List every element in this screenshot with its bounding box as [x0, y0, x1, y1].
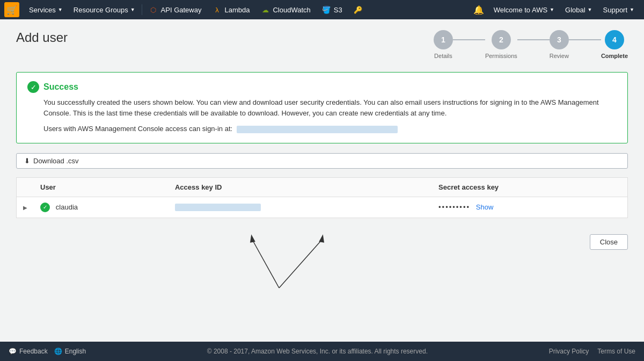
svg-marker-3 [319, 234, 325, 243]
step-connector-3 [569, 39, 601, 40]
footer-copyright: © 2008 - 2017, Amazon Web Services, Inc.… [86, 348, 549, 355]
step-3-circle: 3 [550, 30, 569, 49]
feedback-button[interactable]: 💬 Feedback [9, 348, 48, 355]
svg-line-0 [252, 240, 279, 288]
col-user: User [34, 177, 169, 197]
bell-icon[interactable]: 🔔 [469, 5, 488, 15]
step-4-circle: 4 [605, 30, 624, 49]
page-header: Add user 1 Details 2 Permissions 3 Revie… [16, 30, 628, 59]
signin-url [237, 126, 398, 133]
footer-left: 💬 Feedback 🌐 English [9, 348, 86, 355]
nav-resource-groups[interactable]: Resource Groups ▼ [68, 0, 141, 19]
step-connector-2 [517, 39, 550, 40]
step-2-label: Permissions [485, 53, 517, 59]
step-connector-1 [453, 39, 485, 40]
row-expand[interactable]: ▶ [17, 197, 34, 218]
access-key-blurred [175, 204, 261, 211]
download-icon: ⬇ [24, 157, 30, 165]
row-access-key-cell [169, 197, 432, 218]
api-gateway-icon: ⬡ [149, 5, 158, 15]
col-access-key: Access key ID [169, 177, 432, 197]
globe-icon: 🌐 [54, 348, 62, 355]
secret-key-dots: ••••••••• [438, 203, 470, 211]
rg-chevron: ▼ [130, 7, 135, 12]
nav-right: 🔔 Welcome to AWS ▼ Global ▼ Support ▼ [469, 0, 640, 19]
close-button-container: Close [590, 234, 628, 250]
services-label: Services [29, 6, 56, 14]
resource-groups-label: Resource Groups [74, 6, 128, 14]
privacy-policy-link[interactable]: Privacy Policy [549, 348, 589, 355]
close-btn-label: Close [600, 238, 618, 246]
lambda-label: Lambda [224, 6, 250, 14]
language-label: English [65, 348, 86, 355]
step-3-label: Review [550, 53, 569, 59]
welcome-label: Welcome to AWS [494, 6, 547, 14]
api-gateway-label: API Gateway [161, 6, 202, 14]
nav-lambda[interactable]: λ Lambda [207, 0, 255, 19]
step-3: 3 Review [550, 30, 569, 59]
lambda-icon: λ [212, 5, 222, 15]
success-body-text: You successfully created the users shown… [43, 97, 617, 118]
table-header: User Access key ID Secret access key [17, 177, 628, 197]
feedback-icon: 💬 [9, 348, 17, 355]
row-username: claudia [56, 203, 78, 211]
arrows-area: Close [16, 229, 628, 299]
stepper: 1 Details 2 Permissions 3 Review 4 Compl… [434, 30, 628, 59]
success-header: ✓ Success [27, 81, 617, 93]
success-box: ✓ Success You successfully created the u… [16, 72, 628, 143]
nav-iam[interactable]: 🔑 [348, 0, 368, 19]
aws-logo: 🛒 [4, 2, 19, 17]
nav-services[interactable]: Services ▼ [24, 0, 68, 19]
expand-arrow-icon[interactable]: ▶ [23, 205, 27, 211]
close-button[interactable]: Close [590, 234, 628, 250]
show-secret-link[interactable]: Show [476, 203, 494, 211]
top-nav: 🛒 Services ▼ Resource Groups ▼ ⬡ API Gat… [0, 0, 644, 19]
row-secret-key-cell: ••••••••• Show [432, 197, 627, 218]
s3-icon: 🪣 [321, 5, 331, 15]
iam-icon: 🔑 [353, 5, 363, 15]
nav-api-gateway[interactable]: ⬡ API Gateway [143, 0, 207, 19]
success-title: Success [43, 82, 78, 92]
nav-cloudwatch[interactable]: ☁ CloudWatch [255, 0, 316, 19]
nav-global[interactable]: Global ▼ [560, 0, 598, 19]
support-label: Support [603, 6, 628, 14]
terms-label: Terms of Use [597, 348, 635, 355]
svg-marker-1 [248, 234, 255, 243]
step-4-label: Complete [601, 53, 628, 59]
privacy-label: Privacy Policy [549, 348, 589, 355]
download-csv-button[interactable]: ⬇ Download .csv [16, 153, 628, 169]
table-header-row: User Access key ID Secret access key [17, 177, 628, 197]
services-chevron: ▼ [58, 7, 63, 12]
success-link-row: Users with AWS Management Console access… [43, 124, 617, 134]
col-expand [17, 177, 34, 197]
row-user-cell: ✓ claudia [34, 197, 169, 218]
nav-s3[interactable]: 🪣 S3 [316, 0, 348, 19]
user-table: User Access key ID Secret access key ▶ ✓… [16, 177, 628, 218]
signin-prefix: Users with AWS Management Console access… [43, 125, 232, 133]
footer: 💬 Feedback 🌐 English © 2008 - 2017, Amaz… [0, 342, 644, 361]
step-1-label: Details [434, 53, 452, 59]
step-1: 1 Details [434, 30, 453, 59]
global-chevron: ▼ [588, 7, 592, 12]
download-btn-label: Download .csv [33, 157, 79, 165]
step-2: 2 Permissions [485, 30, 517, 59]
cloudwatch-icon: ☁ [260, 5, 270, 15]
svg-line-2 [279, 240, 322, 288]
page-title: Add user [16, 30, 68, 45]
step-2-circle: 2 [492, 30, 511, 49]
copyright-text: © 2008 - 2017, Amazon Web Services, Inc.… [207, 348, 428, 355]
s3-label: S3 [334, 6, 342, 14]
language-button[interactable]: 🌐 English [54, 348, 86, 355]
nav-welcome[interactable]: Welcome to AWS ▼ [488, 0, 560, 19]
table-row: ▶ ✓ claudia ••••••••• Show [17, 197, 628, 218]
row-success-icon: ✓ [40, 203, 50, 212]
support-chevron: ▼ [630, 7, 634, 12]
welcome-chevron: ▼ [550, 7, 554, 12]
footer-right: Privacy Policy Terms of Use [549, 348, 635, 355]
nav-divider-1 [142, 4, 142, 15]
nav-support[interactable]: Support ▼ [598, 0, 640, 19]
terms-of-use-link[interactable]: Terms of Use [597, 348, 635, 355]
arrows-svg [220, 229, 435, 293]
table-body: ▶ ✓ claudia ••••••••• Show [17, 197, 628, 218]
col-secret-key: Secret access key [432, 177, 627, 197]
